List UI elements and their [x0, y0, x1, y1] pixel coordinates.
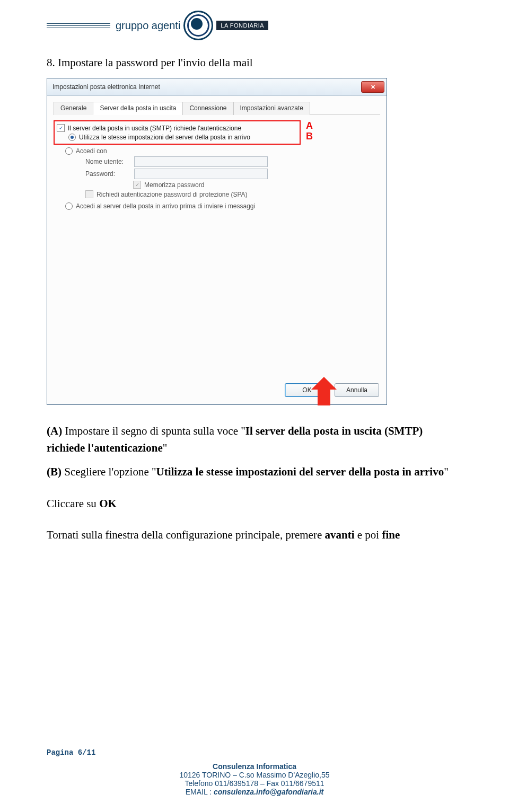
section-heading: 8. Impostare la password per l'invio del… [47, 56, 462, 69]
footer-line1: Consulenza Informatica [0, 762, 509, 771]
checkbox-icon[interactable] [85, 190, 93, 198]
spa-row[interactable]: Richiedi autenticazione password di prot… [85, 190, 380, 198]
remember-pw-label: Memorizza password [144, 181, 204, 189]
username-label: Nome utente: [85, 158, 131, 165]
brand-header: gruppo agenti LA FONDIARIA [47, 11, 462, 40]
radio-icon[interactable] [65, 147, 73, 155]
tab-general[interactable]: Generale [54, 102, 93, 115]
password-row: Password: [85, 169, 380, 179]
pop-before-row[interactable]: Accedi al server della posta in arrivo p… [65, 202, 380, 210]
same-settings-label: Utilizza le stesse impostazioni del serv… [79, 134, 250, 141]
brand-logo-icon [183, 11, 213, 40]
dialog-titlebar: Impostazioni posta elettronica Internet … [47, 78, 387, 96]
password-label: Password: [85, 170, 131, 178]
arrow-icon [311, 377, 332, 403]
tab-advanced[interactable]: Impostazioni avanzate [233, 102, 310, 115]
pop-before-label: Accedi al server della posta in arrivo p… [76, 202, 255, 210]
brand-lines [47, 23, 110, 28]
cancel-button[interactable]: Annulla [335, 383, 379, 397]
spa-label: Richiedi autenticazione password di prot… [96, 191, 248, 198]
email-settings-dialog: Impostazioni posta elettronica Internet … [47, 78, 387, 405]
tab-connection[interactable]: Connessione [182, 102, 233, 115]
footer: Consulenza Informatica 10126 TORINO – C.… [0, 762, 509, 796]
highlight-box: Il server della posta in uscita (SMTP) r… [54, 120, 301, 145]
smtp-auth-label: Il server della posta in uscita (SMTP) r… [68, 125, 241, 132]
radio-icon[interactable] [65, 202, 73, 210]
checkbox-icon[interactable] [133, 181, 141, 189]
radio-icon[interactable] [68, 134, 76, 141]
same-settings-row[interactable]: Utilizza le stesse impostazioni del serv… [68, 134, 297, 141]
footer-email: consulenza.info@gafondiaria.it [214, 788, 323, 796]
checkbox-icon[interactable] [57, 124, 65, 132]
remember-pw-row[interactable]: Memorizza password [133, 181, 380, 189]
footer-line2: 10126 TORINO – C.so Massimo D'Azeglio,55 [0, 771, 509, 779]
marker-b: (B) [47, 465, 62, 478]
dialog-title: Impostazioni posta elettronica Internet [52, 83, 160, 91]
login-with-row[interactable]: Accedi con [65, 147, 380, 155]
brand-tag: LA FONDIARIA [216, 21, 268, 30]
footer-line3: Telefono 011/6395178 – Fax 011/6679511 [0, 779, 509, 788]
username-row: Nome utente: [85, 156, 380, 167]
page-number: Pagina 6/11 [47, 748, 95, 757]
footer-email-label: EMAIL : [186, 788, 214, 796]
annotation-a: A [306, 120, 313, 131]
tab-strip: Generale Server della posta in uscita Co… [54, 101, 380, 115]
instruction-text: (A) Impostare il segno di spunta sulla v… [47, 423, 462, 544]
tab-outgoing-server[interactable]: Server della posta in uscita [93, 102, 183, 115]
annotation-b: B [306, 131, 313, 142]
close-icon[interactable]: ✕ [361, 81, 384, 93]
marker-a: (A) [47, 425, 62, 437]
brand-text: gruppo agenti [116, 20, 180, 32]
smtp-auth-row[interactable]: Il server della posta in uscita (SMTP) r… [57, 124, 297, 132]
username-field[interactable] [134, 156, 268, 167]
login-with-label: Accedi con [76, 147, 107, 155]
password-field[interactable] [134, 169, 268, 179]
